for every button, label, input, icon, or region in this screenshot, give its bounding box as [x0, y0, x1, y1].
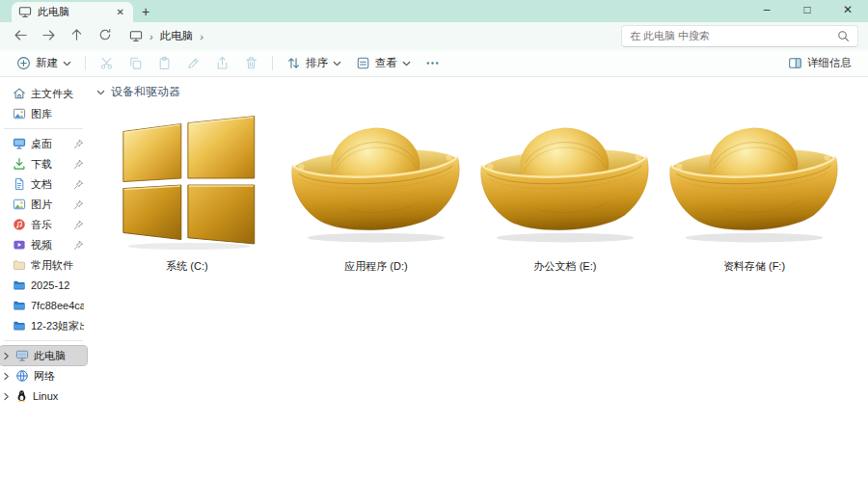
toolbar-divider — [272, 56, 273, 70]
new-tab-button[interactable]: + — [133, 2, 158, 21]
arrow-right-icon — [41, 28, 56, 45]
paste-button[interactable] — [150, 52, 178, 74]
document-icon — [13, 177, 26, 191]
up-button[interactable] — [64, 25, 90, 48]
file-explorer-window: 此电脑 ✕ + – □ ✕ › 此电脑 › 在 此电脑 中搜索 新建 — [0, 0, 868, 478]
view-button-label: 查看 — [375, 56, 397, 70]
tab-strip: 此电脑 ✕ + – □ ✕ — [0, 0, 868, 22]
scissors-icon — [99, 56, 114, 70]
drive-tile[interactable]: 应用程序 (D:) — [282, 102, 471, 274]
drive-tile[interactable]: 系统 (C:) — [93, 102, 282, 274]
sidebar-item[interactable]: 图库 — [0, 104, 87, 123]
sidebar-item[interactable]: 桌面 — [0, 134, 87, 153]
linux-icon — [15, 389, 28, 403]
details-pane-button[interactable]: 详细信息 — [781, 52, 858, 74]
refresh-button[interactable] — [92, 25, 118, 48]
explorer-body: 主文件夹图库桌面下载文档图片音乐视频常用软件2025-127fc88ee4ca3… — [0, 77, 868, 478]
sidebar-item-label: 常用软件 — [31, 258, 84, 273]
drive-label: 资料存储 (F:) — [723, 259, 785, 274]
arrow-left-icon — [14, 28, 28, 45]
sidebar-item[interactable]: 下载 — [0, 154, 87, 173]
search-icon[interactable] — [837, 30, 850, 42]
breadcrumb-item[interactable]: 此电脑 — [160, 29, 194, 43]
section-label: 设备和驱动器 — [111, 84, 180, 100]
chevron-right-icon[interactable] — [2, 352, 11, 360]
sidebar-item[interactable]: 网络 — [0, 366, 87, 385]
sidebar-item[interactable]: 主文件夹 — [0, 84, 87, 103]
details-panel-icon — [788, 56, 802, 70]
chevron-down-icon — [333, 60, 341, 67]
toolbar-divider — [85, 56, 86, 70]
details-pane-label: 详细信息 — [807, 56, 852, 70]
sidebar-item-label: 7fc88ee4ca36c5d — [31, 300, 84, 311]
pin-icon — [73, 159, 84, 170]
chevron-right-icon[interactable] — [2, 372, 11, 381]
minimize-button[interactable]: – — [746, 0, 787, 21]
sidebar-item-label: 视频 — [31, 238, 68, 252]
music-icon — [13, 218, 26, 231]
sidebar-item-label: 网络 — [34, 369, 84, 384]
chevron-right-icon[interactable] — [2, 392, 11, 401]
close-button[interactable]: ✕ — [827, 0, 868, 21]
sidebar: 主文件夹图库桌面下载文档图片音乐视频常用软件2025-127fc88ee4ca3… — [0, 77, 89, 478]
rename-button[interactable] — [179, 52, 207, 74]
share-button[interactable] — [208, 52, 236, 74]
sidebar-item-label: 图库 — [31, 107, 84, 121]
chevron-down-icon — [402, 60, 411, 67]
sidebar-item[interactable]: 常用软件 — [0, 255, 87, 275]
plus-circle-icon — [16, 56, 31, 70]
more-icon — [425, 56, 440, 70]
pin-icon — [73, 199, 84, 210]
home-icon — [13, 87, 26, 100]
search-input[interactable]: 在 此电脑 中搜索 — [621, 25, 858, 47]
chevron-down-icon[interactable] — [96, 89, 105, 96]
gold-windows-logo — [114, 110, 260, 251]
sidebar-item[interactable]: 视频 — [0, 235, 87, 254]
sort-button[interactable]: 排序 — [280, 52, 348, 74]
maximize-button[interactable]: □ — [787, 0, 827, 21]
rename-icon — [186, 56, 201, 70]
breadcrumb[interactable]: › 此电脑 › — [120, 25, 619, 47]
section-devices-and-drives[interactable]: 设备和驱动器 — [93, 84, 868, 102]
sidebar-item[interactable]: 音乐 — [0, 215, 87, 234]
sidebar-item[interactable]: 12-23姐家出游 — [0, 316, 87, 335]
gallery-icon — [13, 107, 26, 120]
folder-icon — [13, 299, 26, 312]
gold-ingot — [290, 110, 462, 251]
sidebar-item-label: 音乐 — [31, 218, 68, 232]
sidebar-item[interactable]: Linux — [0, 386, 87, 406]
computer-icon — [129, 30, 143, 42]
copy-button[interactable] — [122, 52, 149, 74]
chevron-down-icon — [63, 60, 71, 67]
sidebar-item[interactable]: 2025-12 — [0, 276, 87, 295]
drive-tile[interactable]: 资料存储 (F:) — [660, 102, 849, 274]
gold-ingot — [479, 110, 651, 251]
drive-tile[interactable]: 办公文档 (E:) — [471, 102, 660, 274]
sidebar-divider — [4, 340, 83, 341]
sidebar-item[interactable]: 图片 — [0, 195, 87, 214]
forward-button[interactable] — [36, 25, 62, 48]
sidebar-item[interactable]: 7fc88ee4ca36c5d — [0, 296, 87, 315]
copy-icon — [128, 56, 143, 70]
view-button[interactable]: 查看 — [349, 52, 418, 74]
sidebar-item-label: 图片 — [31, 198, 68, 212]
more-button[interactable] — [419, 52, 447, 74]
new-button-label: 新建 — [36, 56, 58, 70]
sidebar-item-label: 12-23姐家出游 — [31, 319, 84, 333]
tab-this-pc[interactable]: 此电脑 ✕ — [12, 2, 133, 22]
drive-grid: 系统 (C:)应用程序 (D:)办公文档 (E:)资料存储 (F:) — [93, 102, 868, 274]
sidebar-item[interactable]: 此电脑 — [0, 346, 87, 365]
sidebar-divider — [4, 128, 83, 129]
refresh-icon — [98, 28, 112, 45]
tab-title: 此电脑 — [38, 5, 109, 19]
downloads-icon — [13, 157, 26, 171]
new-button[interactable]: 新建 — [10, 52, 78, 74]
back-button[interactable] — [8, 25, 34, 48]
trash-icon — [244, 56, 258, 70]
cut-button[interactable] — [93, 52, 121, 74]
delete-button[interactable] — [237, 52, 265, 74]
breadcrumb-separator[interactable]: › — [200, 31, 203, 42]
clipboard-icon — [157, 56, 172, 70]
sidebar-item[interactable]: 文档 — [0, 174, 87, 194]
close-tab-icon[interactable]: ✕ — [115, 7, 126, 17]
